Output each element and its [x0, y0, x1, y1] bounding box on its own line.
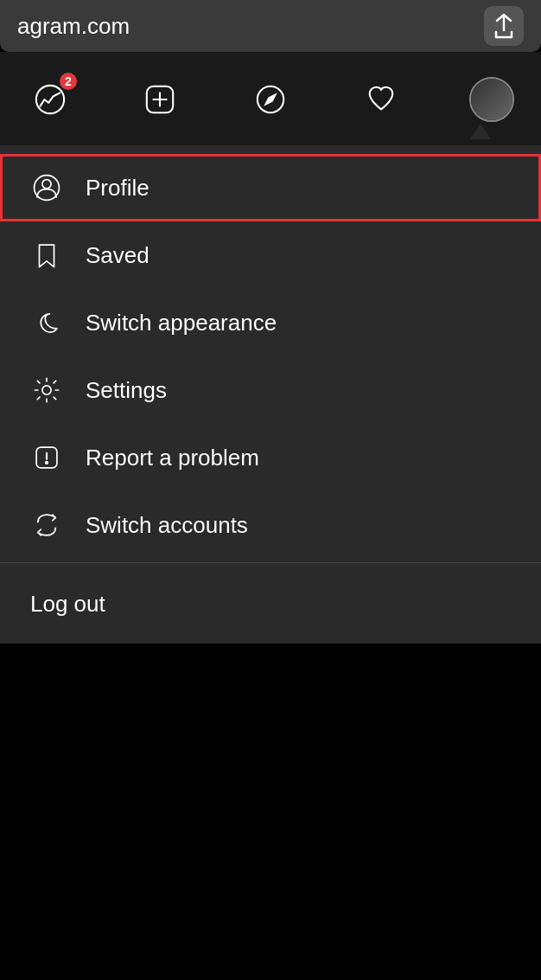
dropdown-pointer	[470, 124, 491, 139]
activity-nav-button[interactable]	[357, 76, 404, 124]
svg-point-7	[42, 180, 51, 189]
share-icon	[493, 13, 515, 39]
explore-nav-button[interactable]	[247, 76, 295, 124]
settings-label: Settings	[86, 377, 167, 404]
switch-accounts-icon	[30, 509, 63, 541]
dropdown-menu: Profile Saved Switch appearance Settings	[0, 145, 541, 644]
profile-nav-button[interactable]	[468, 76, 515, 124]
avatar	[469, 77, 514, 122]
nav-bar: 2	[0, 52, 541, 147]
messenger-nav-button[interactable]: 2	[26, 76, 73, 124]
switch-appearance-label: Switch appearance	[86, 310, 277, 336]
browser-bar: agram.com	[0, 0, 541, 52]
browser-url: agram.com	[17, 13, 130, 40]
compass-icon	[254, 83, 287, 116]
menu-item-profile[interactable]: Profile	[0, 154, 541, 221]
switch-accounts-label: Switch accounts	[86, 512, 248, 539]
gear-icon	[30, 374, 63, 407]
report-icon	[30, 441, 63, 474]
moon-icon	[30, 306, 63, 339]
add-icon	[143, 83, 176, 116]
bookmark-icon	[30, 239, 63, 272]
svg-point-11	[46, 462, 48, 464]
heart-icon	[365, 83, 398, 116]
menu-divider	[0, 562, 541, 563]
saved-label: Saved	[86, 242, 150, 269]
menu-item-report[interactable]: Report a problem	[0, 424, 541, 491]
share-button[interactable]	[484, 6, 524, 46]
profile-label: Profile	[86, 175, 150, 202]
report-label: Report a problem	[86, 445, 259, 471]
menu-item-switch-appearance[interactable]: Switch appearance	[0, 289, 541, 356]
menu-item-switch-accounts[interactable]: Switch accounts	[0, 491, 541, 559]
svg-marker-5	[265, 94, 275, 104]
add-nav-button[interactable]	[137, 76, 184, 124]
menu-item-saved[interactable]: Saved	[0, 221, 541, 289]
svg-point-8	[42, 386, 51, 394]
menu-item-settings[interactable]: Settings	[0, 356, 541, 424]
person-circle-icon	[30, 171, 63, 204]
logout-label: Log out	[30, 591, 105, 617]
menu-item-logout[interactable]: Log out	[0, 567, 541, 626]
notification-badge: 2	[58, 71, 79, 92]
